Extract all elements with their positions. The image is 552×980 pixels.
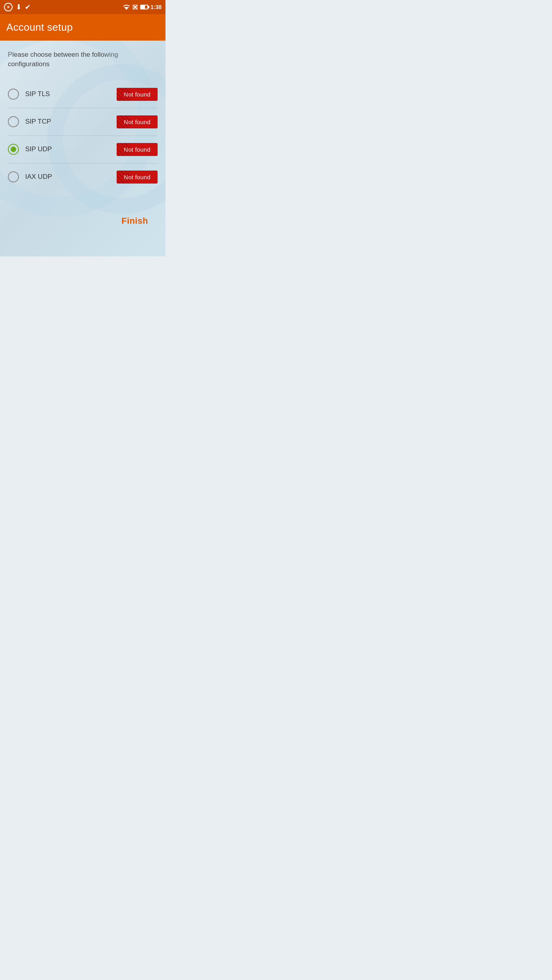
- list-item: SIP UDP Not found: [8, 136, 158, 163]
- close-icon: ×: [4, 3, 13, 11]
- config-label-sip-tcp: SIP TCP: [25, 118, 51, 126]
- not-found-badge-sip-tls: Not found: [117, 88, 158, 101]
- finish-button[interactable]: Finish: [118, 214, 151, 228]
- not-found-badge-sip-udp: Not found: [117, 143, 158, 156]
- app-header: Account setup: [0, 14, 165, 41]
- battery-icon: [140, 5, 148, 9]
- status-bar-right: 1:38: [123, 4, 162, 10]
- check-icon: ✔: [25, 3, 31, 11]
- radio-iax-udp[interactable]: [8, 171, 19, 182]
- config-label-sip-tls: SIP TLS: [25, 90, 50, 98]
- config-option-sip-tls: SIP TLS: [8, 89, 50, 100]
- list-item: IAX UDP Not found: [8, 163, 158, 191]
- page-title: Account setup: [6, 21, 159, 33]
- download-icon: ⬇: [16, 3, 22, 11]
- config-label-sip-udp: SIP UDP: [25, 145, 52, 153]
- footer-area: Finish: [8, 206, 158, 239]
- config-option-sip-tcp: SIP TCP: [8, 116, 51, 127]
- config-label-iax-udp: IAX UDP: [25, 173, 52, 181]
- time-display: 1:38: [151, 4, 162, 10]
- status-bar-left: × ⬇ ✔: [4, 3, 31, 11]
- list-item: SIP TCP Not found: [8, 108, 158, 136]
- wifi-icon: [123, 4, 130, 10]
- config-option-sip-udp: SIP UDP: [8, 144, 52, 155]
- signal-icon: [132, 4, 138, 10]
- config-option-iax-udp: IAX UDP: [8, 171, 52, 182]
- status-bar: × ⬇ ✔ 1:38: [0, 0, 165, 14]
- radio-sip-tcp[interactable]: [8, 116, 19, 127]
- svg-marker-0: [124, 7, 129, 10]
- list-item: SIP TLS Not found: [8, 81, 158, 108]
- subtitle-text: Please choose between the following conf…: [8, 50, 158, 69]
- not-found-badge-iax-udp: Not found: [117, 171, 158, 184]
- radio-sip-tls[interactable]: [8, 89, 19, 100]
- not-found-badge-sip-tcp: Not found: [117, 115, 158, 128]
- main-content: Please choose between the following conf…: [0, 41, 165, 256]
- config-list: SIP TLS Not found SIP TCP Not found SIP …: [8, 81, 158, 191]
- radio-sip-udp[interactable]: [8, 144, 19, 155]
